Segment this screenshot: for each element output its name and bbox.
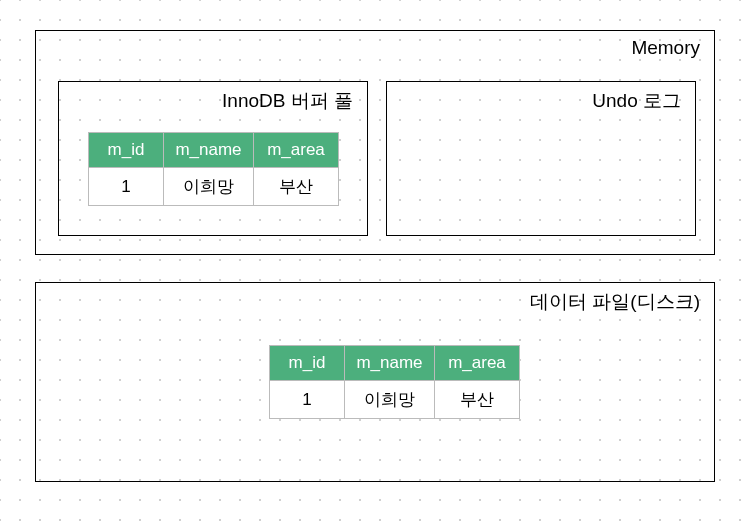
memory-title: Memory (631, 37, 700, 59)
table-row: 1 이희망 부산 (270, 381, 520, 419)
undo-log-region: Undo 로그 (386, 81, 696, 236)
undo-log-title: Undo 로그 (592, 88, 681, 114)
cell-id: 1 (89, 168, 164, 206)
buffer-pool-title: InnoDB 버퍼 풀 (222, 88, 353, 114)
memory-region: Memory InnoDB 버퍼 풀 m_id m_name m_area 1 … (35, 30, 715, 255)
col-header-name: m_name (345, 346, 435, 381)
cell-name: 이희망 (164, 168, 254, 206)
col-header-id: m_id (270, 346, 345, 381)
cell-area: 부산 (435, 381, 520, 419)
col-header-name: m_name (164, 133, 254, 168)
buffer-pool-region: InnoDB 버퍼 풀 m_id m_name m_area 1 이희망 부산 (58, 81, 368, 236)
cell-id: 1 (270, 381, 345, 419)
cell-area: 부산 (254, 168, 339, 206)
col-header-id: m_id (89, 133, 164, 168)
disk-title: 데이터 파일(디스크) (530, 289, 700, 315)
cell-name: 이희망 (345, 381, 435, 419)
col-header-area: m_area (435, 346, 520, 381)
disk-region: 데이터 파일(디스크) m_id m_name m_area 1 이희망 부산 (35, 282, 715, 482)
buffer-pool-table: m_id m_name m_area 1 이희망 부산 (88, 132, 339, 206)
col-header-area: m_area (254, 133, 339, 168)
table-row: 1 이희망 부산 (89, 168, 339, 206)
disk-table: m_id m_name m_area 1 이희망 부산 (269, 345, 520, 419)
